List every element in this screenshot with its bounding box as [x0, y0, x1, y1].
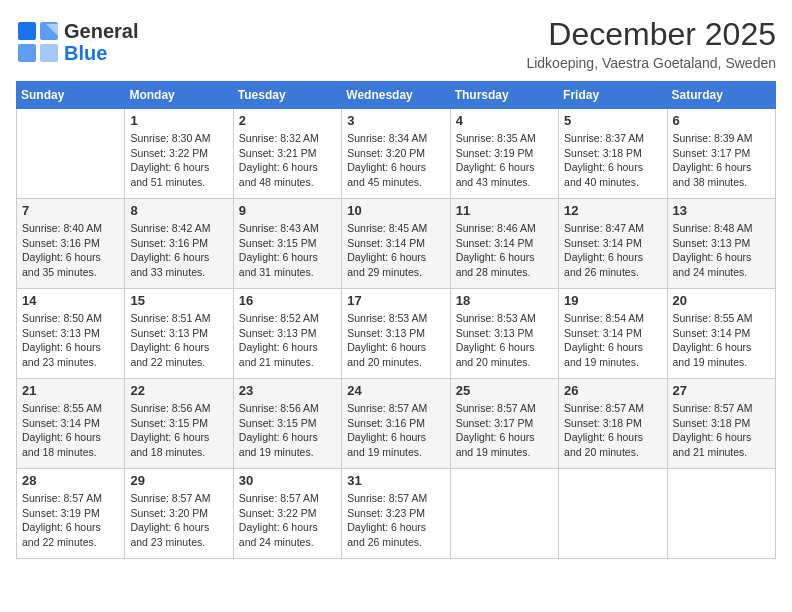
weekday-header-wednesday: Wednesday [342, 82, 450, 109]
day-info: Sunrise: 8:39 AMSunset: 3:17 PMDaylight:… [673, 131, 770, 190]
day-number: 31 [347, 473, 444, 488]
calendar-cell: 28Sunrise: 8:57 AMSunset: 3:19 PMDayligh… [17, 469, 125, 559]
calendar-cell: 24Sunrise: 8:57 AMSunset: 3:16 PMDayligh… [342, 379, 450, 469]
day-number: 22 [130, 383, 227, 398]
calendar-cell: 31Sunrise: 8:57 AMSunset: 3:23 PMDayligh… [342, 469, 450, 559]
day-number: 13 [673, 203, 770, 218]
calendar-cell: 30Sunrise: 8:57 AMSunset: 3:22 PMDayligh… [233, 469, 341, 559]
day-number: 21 [22, 383, 119, 398]
calendar-cell: 22Sunrise: 8:56 AMSunset: 3:15 PMDayligh… [125, 379, 233, 469]
calendar-cell: 3Sunrise: 8:34 AMSunset: 3:20 PMDaylight… [342, 109, 450, 199]
day-info: Sunrise: 8:45 AMSunset: 3:14 PMDaylight:… [347, 221, 444, 280]
day-info: Sunrise: 8:34 AMSunset: 3:20 PMDaylight:… [347, 131, 444, 190]
calendar-cell: 27Sunrise: 8:57 AMSunset: 3:18 PMDayligh… [667, 379, 775, 469]
day-number: 12 [564, 203, 661, 218]
day-number: 28 [22, 473, 119, 488]
day-info: Sunrise: 8:57 AMSunset: 3:20 PMDaylight:… [130, 491, 227, 550]
weekday-header-sunday: Sunday [17, 82, 125, 109]
day-number: 14 [22, 293, 119, 308]
day-number: 2 [239, 113, 336, 128]
day-info: Sunrise: 8:53 AMSunset: 3:13 PMDaylight:… [456, 311, 553, 370]
calendar-cell: 25Sunrise: 8:57 AMSunset: 3:17 PMDayligh… [450, 379, 558, 469]
calendar-table: SundayMondayTuesdayWednesdayThursdayFrid… [16, 81, 776, 559]
day-info: Sunrise: 8:51 AMSunset: 3:13 PMDaylight:… [130, 311, 227, 370]
calendar-cell: 14Sunrise: 8:50 AMSunset: 3:13 PMDayligh… [17, 289, 125, 379]
day-number: 6 [673, 113, 770, 128]
calendar-cell: 10Sunrise: 8:45 AMSunset: 3:14 PMDayligh… [342, 199, 450, 289]
week-row-1: 1Sunrise: 8:30 AMSunset: 3:22 PMDaylight… [17, 109, 776, 199]
logo-line1: General [64, 20, 138, 42]
location-title: Lidkoeping, Vaestra Goetaland, Sweden [526, 55, 776, 71]
calendar-cell: 15Sunrise: 8:51 AMSunset: 3:13 PMDayligh… [125, 289, 233, 379]
calendar-cell: 13Sunrise: 8:48 AMSunset: 3:13 PMDayligh… [667, 199, 775, 289]
logo-line2: Blue [64, 42, 138, 64]
day-number: 4 [456, 113, 553, 128]
calendar-cell: 1Sunrise: 8:30 AMSunset: 3:22 PMDaylight… [125, 109, 233, 199]
day-number: 29 [130, 473, 227, 488]
logo: General Blue [16, 20, 138, 64]
day-info: Sunrise: 8:43 AMSunset: 3:15 PMDaylight:… [239, 221, 336, 280]
day-number: 9 [239, 203, 336, 218]
day-info: Sunrise: 8:46 AMSunset: 3:14 PMDaylight:… [456, 221, 553, 280]
calendar-cell: 6Sunrise: 8:39 AMSunset: 3:17 PMDaylight… [667, 109, 775, 199]
calendar-cell: 7Sunrise: 8:40 AMSunset: 3:16 PMDaylight… [17, 199, 125, 289]
header-area: General Blue December 2025 Lidkoeping, V… [16, 16, 776, 71]
day-info: Sunrise: 8:53 AMSunset: 3:13 PMDaylight:… [347, 311, 444, 370]
logo-icon [16, 20, 60, 64]
day-info: Sunrise: 8:55 AMSunset: 3:14 PMDaylight:… [673, 311, 770, 370]
weekday-header-thursday: Thursday [450, 82, 558, 109]
day-info: Sunrise: 8:57 AMSunset: 3:22 PMDaylight:… [239, 491, 336, 550]
calendar-cell [559, 469, 667, 559]
day-info: Sunrise: 8:57 AMSunset: 3:17 PMDaylight:… [456, 401, 553, 460]
day-info: Sunrise: 8:48 AMSunset: 3:13 PMDaylight:… [673, 221, 770, 280]
day-number: 26 [564, 383, 661, 398]
day-info: Sunrise: 8:30 AMSunset: 3:22 PMDaylight:… [130, 131, 227, 190]
day-number: 17 [347, 293, 444, 308]
week-row-4: 21Sunrise: 8:55 AMSunset: 3:14 PMDayligh… [17, 379, 776, 469]
day-number: 16 [239, 293, 336, 308]
weekday-header-tuesday: Tuesday [233, 82, 341, 109]
day-number: 5 [564, 113, 661, 128]
calendar-cell: 23Sunrise: 8:56 AMSunset: 3:15 PMDayligh… [233, 379, 341, 469]
day-number: 15 [130, 293, 227, 308]
month-title: December 2025 [526, 16, 776, 53]
day-number: 1 [130, 113, 227, 128]
week-row-3: 14Sunrise: 8:50 AMSunset: 3:13 PMDayligh… [17, 289, 776, 379]
calendar-cell: 5Sunrise: 8:37 AMSunset: 3:18 PMDaylight… [559, 109, 667, 199]
day-info: Sunrise: 8:57 AMSunset: 3:18 PMDaylight:… [673, 401, 770, 460]
calendar-cell: 21Sunrise: 8:55 AMSunset: 3:14 PMDayligh… [17, 379, 125, 469]
calendar-cell: 2Sunrise: 8:32 AMSunset: 3:21 PMDaylight… [233, 109, 341, 199]
day-info: Sunrise: 8:50 AMSunset: 3:13 PMDaylight:… [22, 311, 119, 370]
day-number: 8 [130, 203, 227, 218]
day-info: Sunrise: 8:56 AMSunset: 3:15 PMDaylight:… [239, 401, 336, 460]
calendar-cell: 9Sunrise: 8:43 AMSunset: 3:15 PMDaylight… [233, 199, 341, 289]
day-info: Sunrise: 8:37 AMSunset: 3:18 PMDaylight:… [564, 131, 661, 190]
calendar-cell [450, 469, 558, 559]
svg-rect-3 [40, 44, 58, 62]
day-number: 19 [564, 293, 661, 308]
day-number: 25 [456, 383, 553, 398]
calendar-cell: 16Sunrise: 8:52 AMSunset: 3:13 PMDayligh… [233, 289, 341, 379]
title-area: December 2025 Lidkoeping, Vaestra Goetal… [526, 16, 776, 71]
day-number: 18 [456, 293, 553, 308]
week-row-2: 7Sunrise: 8:40 AMSunset: 3:16 PMDaylight… [17, 199, 776, 289]
svg-rect-0 [18, 22, 36, 40]
svg-rect-2 [18, 44, 36, 62]
calendar-cell: 18Sunrise: 8:53 AMSunset: 3:13 PMDayligh… [450, 289, 558, 379]
day-info: Sunrise: 8:42 AMSunset: 3:16 PMDaylight:… [130, 221, 227, 280]
calendar-cell: 11Sunrise: 8:46 AMSunset: 3:14 PMDayligh… [450, 199, 558, 289]
day-info: Sunrise: 8:57 AMSunset: 3:23 PMDaylight:… [347, 491, 444, 550]
calendar-cell: 20Sunrise: 8:55 AMSunset: 3:14 PMDayligh… [667, 289, 775, 379]
calendar-cell: 8Sunrise: 8:42 AMSunset: 3:16 PMDaylight… [125, 199, 233, 289]
day-info: Sunrise: 8:55 AMSunset: 3:14 PMDaylight:… [22, 401, 119, 460]
weekday-header-monday: Monday [125, 82, 233, 109]
day-number: 3 [347, 113, 444, 128]
day-number: 20 [673, 293, 770, 308]
day-info: Sunrise: 8:56 AMSunset: 3:15 PMDaylight:… [130, 401, 227, 460]
calendar-cell [17, 109, 125, 199]
weekday-header-row: SundayMondayTuesdayWednesdayThursdayFrid… [17, 82, 776, 109]
day-info: Sunrise: 8:40 AMSunset: 3:16 PMDaylight:… [22, 221, 119, 280]
day-info: Sunrise: 8:35 AMSunset: 3:19 PMDaylight:… [456, 131, 553, 190]
day-info: Sunrise: 8:57 AMSunset: 3:16 PMDaylight:… [347, 401, 444, 460]
week-row-5: 28Sunrise: 8:57 AMSunset: 3:19 PMDayligh… [17, 469, 776, 559]
